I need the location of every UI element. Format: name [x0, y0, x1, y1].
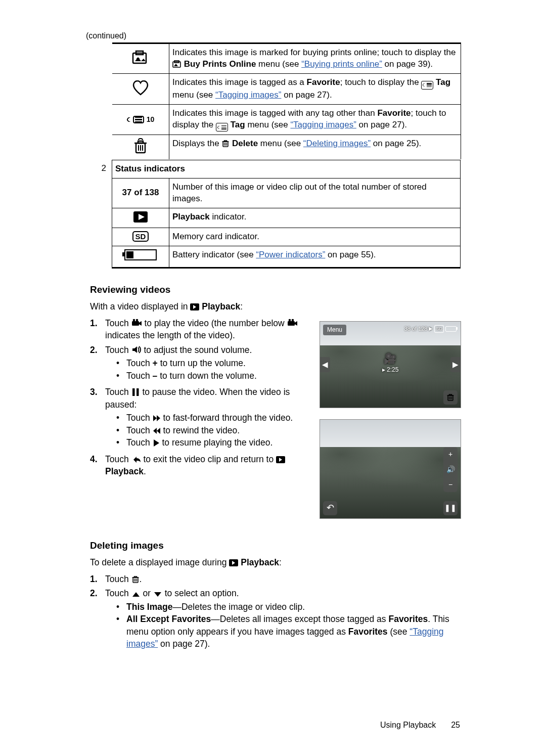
sound-icon — [131, 345, 142, 354]
step-1: Touch to play the video (the number belo… — [105, 317, 311, 342]
rewind-icon — [153, 427, 161, 435]
back-icon — [131, 455, 141, 464]
tagging-images-link[interactable]: “Tagging images” — [215, 90, 281, 100]
status-indicators-header: Status indicators — [112, 160, 461, 179]
section-number: 2 — [88, 159, 111, 269]
playback-indicator-desc: Playback indicator. — [169, 208, 461, 228]
pause-icon — [131, 388, 140, 396]
next-arrow-icon: ▶ — [450, 357, 461, 372]
fast-forward-icon — [153, 414, 161, 422]
favorite-desc: Indicates this image is tagged as a Favo… — [169, 74, 461, 104]
deleting-images-heading: Deleting images — [90, 539, 460, 553]
step-4: Touch to exit the video clip and return … — [105, 453, 311, 478]
reviewing-videos-intro: With a video displayed in Playback: — [90, 300, 460, 313]
video-icon — [287, 319, 298, 328]
icon-description-table: Indicates this image is marked for buyin… — [112, 42, 461, 159]
camera-screenshot-1: Menu 38 of 128▶SD ◀ ▶ 🎥▸ 2:25 — [320, 321, 461, 408]
back-button-icon: ↶ — [323, 501, 337, 515]
continued-label: (continued) — [86, 30, 460, 41]
reviewing-videos-heading: Reviewing videos — [90, 283, 460, 297]
buy-prints-small-icon — [172, 60, 181, 68]
playback-small-icon — [276, 456, 285, 463]
prev-arrow-icon: ◀ — [320, 357, 330, 372]
status-indicators-table: 2 Status indicators 37 of 138 Number of … — [88, 159, 461, 269]
play-icon — [153, 439, 160, 447]
reviewing-videos-steps: 1. Touch to play the video (the number b… — [88, 317, 311, 478]
deleting-images-link[interactable]: “Deleting images” — [303, 139, 371, 148]
tag-10-icon: 10 — [112, 104, 169, 135]
delete-step-1: Touch . — [105, 573, 460, 586]
tagging-images-link[interactable]: “Tagging images” — [290, 120, 356, 129]
trash-small-icon — [131, 575, 140, 584]
down-arrow-icon — [153, 591, 162, 598]
trash-button-icon — [443, 390, 458, 405]
menu-button: Menu — [323, 325, 346, 335]
volume-controls: +🔊− — [443, 447, 458, 492]
other-tag-desc: Indicates this image is tagged with any … — [169, 104, 461, 135]
video-icon — [131, 319, 142, 328]
image-count-desc: Number of this image or video clip out o… — [169, 179, 461, 208]
buying-prints-link[interactable]: “Buying prints online” — [301, 59, 382, 69]
page-footer: Using Playback25 — [380, 720, 460, 731]
buy-prints-desc: Indicates this image is marked for buyin… — [169, 43, 461, 74]
deleting-images-intro: To delete a displayed image during Playb… — [90, 556, 460, 569]
playback-small-icon — [229, 559, 238, 566]
trash-icon — [112, 135, 169, 159]
tag-small-icon — [421, 81, 433, 90]
heart-icon — [112, 74, 169, 104]
memory-card-desc: Memory card indicator. — [169, 228, 461, 246]
battery-desc: Battery indicator (see “Power indicators… — [169, 246, 461, 268]
power-indicators-link[interactable]: “Power indicators” — [256, 250, 325, 259]
status-bar-count: 38 of 128▶SD — [404, 325, 457, 333]
video-duration: 🎥▸ 2:25 — [382, 351, 399, 374]
trash-small-icon — [221, 139, 230, 148]
sd-icon: SD — [112, 228, 169, 246]
tag-small-icon — [216, 123, 228, 131]
battery-icon — [112, 246, 169, 268]
delete-desc: Displays the Delete menu (see “Deleting … — [169, 135, 461, 159]
step-2: Touch to adjust the sound volume. •Touch… — [105, 344, 311, 384]
playback-icon — [112, 208, 169, 228]
buy-prints-icon — [112, 43, 169, 74]
playback-small-icon — [190, 303, 199, 310]
step-3: Touch to pause the video. When the video… — [105, 386, 311, 451]
pause-button-icon: ❚❚ — [443, 501, 458, 515]
image-count-label: 37 of 138 — [112, 179, 169, 208]
delete-step-2: Touch or to select an option. •This Imag… — [105, 587, 460, 652]
up-arrow-icon — [131, 591, 141, 598]
deleting-images-steps: 1. Touch . 2. Touch or to select an opti… — [88, 573, 460, 652]
camera-screenshot-2: +🔊− ↶ ❚❚ — [320, 419, 461, 519]
